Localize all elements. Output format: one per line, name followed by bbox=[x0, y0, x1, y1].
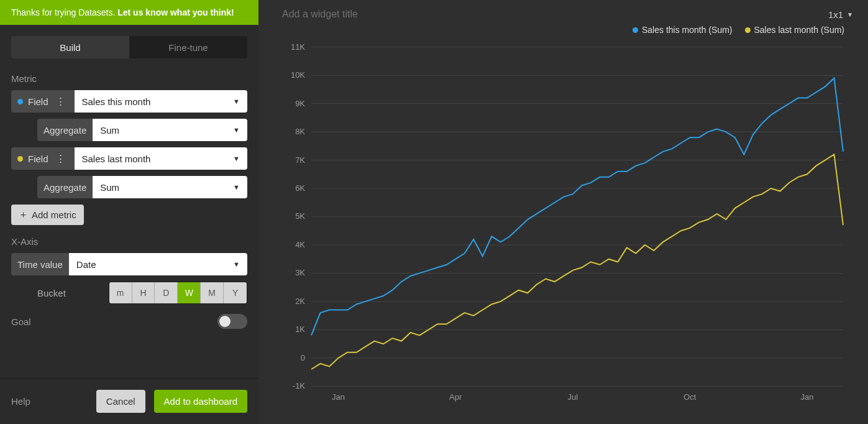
goal-label: Goal bbox=[11, 316, 31, 327]
more-icon[interactable]: ⋮ bbox=[53, 96, 68, 107]
metric-1-field-value: Sales this month bbox=[82, 96, 151, 107]
goal-row: Goal bbox=[11, 314, 247, 329]
chevron-down-icon: ▼ bbox=[233, 98, 240, 105]
metric-2-color-dot bbox=[17, 156, 23, 162]
widget-title-input[interactable]: Add a widget title bbox=[282, 9, 358, 20]
svg-text:5K: 5K bbox=[295, 211, 305, 221]
plus-icon: ＋ bbox=[19, 209, 28, 221]
svg-text:9K: 9K bbox=[295, 99, 305, 108]
svg-text:-1K: -1K bbox=[293, 381, 306, 390]
line-chart: -1K01K2K3K4K5K6K7K8K9K10K11KJanAprJulOct… bbox=[277, 37, 849, 412]
metric-2-aggregate-row: Aggregate Sum ▼ bbox=[11, 176, 247, 198]
metric-2-field-row: Field ⋮ Sales last month ▼ bbox=[11, 147, 247, 170]
widget-header: Add a widget title 1x1 ▼ bbox=[258, 0, 868, 25]
tab-build[interactable]: Build bbox=[11, 36, 129, 58]
goal-toggle[interactable] bbox=[217, 314, 247, 329]
widget-size-value: 1x1 bbox=[828, 9, 843, 20]
xaxis-field-select[interactable]: Date ▼ bbox=[69, 253, 247, 275]
bucket-label: Bucket bbox=[37, 288, 109, 298]
series-line bbox=[311, 78, 843, 336]
chevron-down-icon: ▼ bbox=[233, 183, 240, 191]
metric-1-aggregate-select[interactable]: Sum ▼ bbox=[93, 119, 247, 141]
svg-text:7K: 7K bbox=[295, 155, 305, 165]
bucket-segmented: mHDWMY bbox=[109, 282, 247, 304]
chart-panel: Add a widget title 1x1 ▼ Sales this mont… bbox=[258, 0, 868, 424]
more-icon[interactable]: ⋮ bbox=[53, 153, 68, 164]
svg-text:Apr: Apr bbox=[449, 392, 462, 402]
bucket-option-Y[interactable]: Y bbox=[224, 282, 247, 303]
metric-2-field-select[interactable]: Sales last month ▼ bbox=[75, 147, 247, 170]
sidebar-footer: Help Cancel Add to dashboard bbox=[0, 378, 258, 424]
xaxis-field-row: Time value Date ▼ bbox=[11, 253, 247, 275]
svg-text:Oct: Oct bbox=[683, 392, 697, 402]
add-metric-label: Add metric bbox=[32, 210, 76, 220]
svg-text:2K: 2K bbox=[295, 297, 305, 306]
help-link[interactable]: Help bbox=[11, 396, 30, 407]
metric-2-field-value: Sales last month bbox=[82, 154, 151, 164]
config-sidebar: Thanks for trying Datasets. Let us know … bbox=[0, 0, 258, 424]
xaxis-section-label: X-Axis bbox=[11, 236, 247, 247]
toggle-knob bbox=[219, 316, 231, 327]
metric-1-field-select[interactable]: Sales this month ▼ bbox=[75, 90, 247, 113]
metric-1-field-row: Field ⋮ Sales this month ▼ bbox=[11, 90, 247, 113]
metric-2-aggregate-value: Sum bbox=[100, 182, 119, 193]
chart-legend: Sales this month (Sum)Sales last month (… bbox=[258, 25, 868, 37]
add-to-dashboard-button[interactable]: Add to dashboard bbox=[154, 390, 247, 413]
metric-2-aggregate-select[interactable]: Sum ▼ bbox=[93, 176, 247, 198]
add-metric-button[interactable]: ＋ Add metric bbox=[11, 205, 84, 225]
bucket-option-D[interactable]: D bbox=[155, 282, 178, 303]
svg-text:11K: 11K bbox=[291, 42, 305, 52]
svg-text:Jan: Jan bbox=[332, 392, 345, 402]
metric-1-aggregate-value: Sum bbox=[100, 125, 119, 136]
metric-1-field-tag[interactable]: Field ⋮ bbox=[11, 90, 75, 113]
svg-text:Jan: Jan bbox=[800, 392, 813, 402]
legend-swatch bbox=[745, 27, 751, 33]
cancel-button[interactable]: Cancel bbox=[96, 390, 145, 413]
bucket-option-H[interactable]: H bbox=[132, 282, 155, 303]
svg-text:8K: 8K bbox=[295, 127, 305, 136]
svg-text:6K: 6K bbox=[295, 183, 305, 193]
svg-text:10K: 10K bbox=[291, 70, 305, 80]
legend-item: Sales last month (Sum) bbox=[745, 25, 845, 35]
field-label: Field bbox=[28, 96, 48, 107]
feedback-banner[interactable]: Thanks for trying Datasets. Let us know … bbox=[0, 0, 258, 25]
chevron-down-icon: ▼ bbox=[233, 126, 240, 134]
bucket-option-W[interactable]: W bbox=[178, 282, 201, 303]
series-line bbox=[311, 154, 843, 369]
chevron-down-icon: ▼ bbox=[847, 11, 853, 18]
bucket-option-m[interactable]: m bbox=[109, 282, 132, 303]
svg-text:4K: 4K bbox=[295, 240, 305, 249]
time-value-label: Time value bbox=[17, 259, 63, 270]
legend-label: Sales last month (Sum) bbox=[754, 25, 845, 35]
metric-1-color-dot bbox=[17, 99, 23, 104]
mode-tabs: Build Fine-tune bbox=[11, 36, 247, 58]
time-value-tag: Time value bbox=[11, 253, 69, 275]
legend-swatch bbox=[633, 27, 638, 33]
bucket-row: Bucket mHDWMY bbox=[11, 282, 247, 304]
chevron-down-icon: ▼ bbox=[233, 155, 240, 162]
svg-text:0: 0 bbox=[301, 353, 305, 362]
widget-size-select[interactable]: 1x1 ▼ bbox=[828, 9, 853, 20]
banner-text: Thanks for trying Datasets. bbox=[11, 7, 117, 17]
field-label: Field bbox=[28, 154, 48, 164]
banner-link[interactable]: Let us know what you think! bbox=[117, 7, 234, 17]
svg-text:1K: 1K bbox=[295, 325, 305, 334]
metric-1-aggregate-row: Aggregate Sum ▼ bbox=[11, 119, 247, 141]
aggregate-label: Aggregate bbox=[43, 182, 86, 193]
svg-text:Jul: Jul bbox=[567, 392, 578, 402]
xaxis-field-value: Date bbox=[76, 259, 96, 270]
metric-2-field-tag[interactable]: Field ⋮ bbox=[11, 147, 75, 170]
legend-label: Sales this month (Sum) bbox=[642, 25, 733, 35]
metric-section-label: Metric bbox=[11, 73, 247, 84]
chart-area: -1K01K2K3K4K5K6K7K8K9K10K11KJanAprJulOct… bbox=[258, 37, 868, 424]
aggregate-label: Aggregate bbox=[43, 125, 86, 136]
aggregate-tag: Aggregate bbox=[37, 176, 93, 198]
svg-text:3K: 3K bbox=[295, 268, 305, 277]
chevron-down-icon: ▼ bbox=[233, 260, 240, 268]
aggregate-tag: Aggregate bbox=[37, 119, 93, 141]
tab-finetune[interactable]: Fine-tune bbox=[129, 36, 247, 58]
legend-item: Sales this month (Sum) bbox=[633, 25, 733, 35]
bucket-option-M[interactable]: M bbox=[201, 282, 224, 303]
